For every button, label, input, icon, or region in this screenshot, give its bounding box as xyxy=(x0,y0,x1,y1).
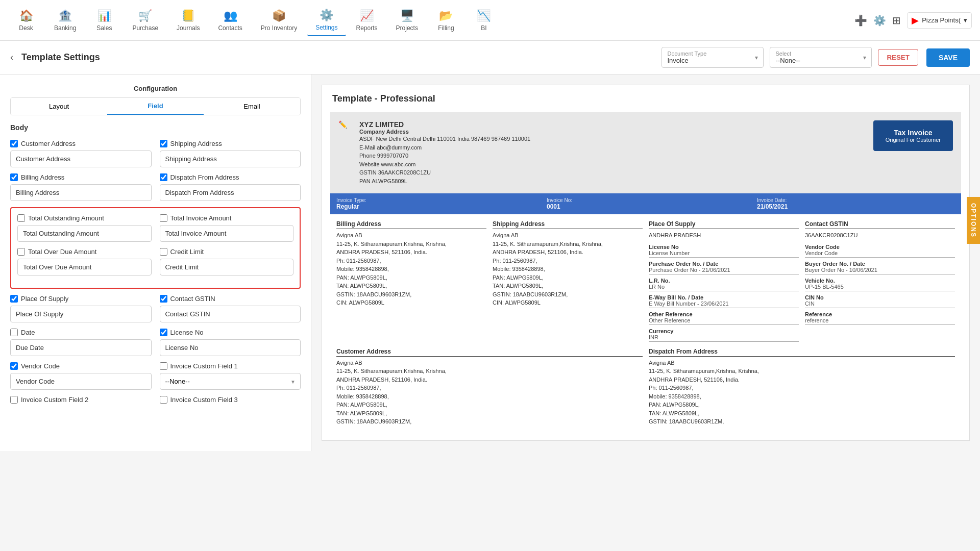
shipping-address-label: Shipping Address xyxy=(170,140,222,147)
lr-label: L.R. No. xyxy=(649,278,799,284)
body-section-title: Body xyxy=(10,123,301,132)
dispatch-address-label: Dispatch From Address xyxy=(170,173,239,181)
vehicle-val: UP-15 BL-5465 xyxy=(805,284,955,291)
customer-addr-block: Customer Address Avigna AB 11-25, K. Sit… xyxy=(336,348,643,426)
credit-limit-checkbox[interactable] xyxy=(160,248,167,256)
edit-pencil-icon[interactable]: ✏️ xyxy=(338,120,347,129)
meta-invoice-no-val: 0001 xyxy=(547,203,745,210)
license-no-label: License No xyxy=(649,244,799,250)
nav-filling[interactable]: 📂 Filling xyxy=(428,5,464,36)
date-checkbox[interactable] xyxy=(10,329,18,336)
main-layout: Configuration Layout Field Email Body Cu… xyxy=(0,74,980,451)
other-ref-label: Other Reference xyxy=(649,311,799,317)
back-button[interactable]: ‹ xyxy=(10,52,13,63)
reports-icon: 📈 xyxy=(360,9,374,22)
buyer-order-label: Buyer Order No. / Date xyxy=(805,261,955,267)
document-type-dropdown[interactable]: Document Type Invoice ▾ xyxy=(662,47,764,68)
nav-reports[interactable]: 📈 Reports xyxy=(348,5,386,36)
po-date-label: Purchase Order No. / Date xyxy=(649,261,799,267)
place-supply-checkbox[interactable] xyxy=(10,295,18,303)
shipping-address-checkbox[interactable] xyxy=(160,140,167,147)
customer-address-input[interactable] xyxy=(10,151,152,167)
vendor-code-checkbox[interactable] xyxy=(10,362,18,370)
select-dropdown[interactable]: Select --None-- ▾ xyxy=(770,47,872,68)
field-row-supply: Place Of Supply Contact GSTIN xyxy=(10,295,301,322)
date-input[interactable] xyxy=(10,339,152,356)
customer-address-checkbox[interactable] xyxy=(10,140,18,147)
custom-field-2-col: Invoice Custom Field 2 xyxy=(10,396,152,407)
meta-invoice-no: Invoice No: 0001 xyxy=(541,193,751,214)
nav-contacts[interactable]: 👥 Contacts xyxy=(210,5,250,36)
shipping-address-input[interactable] xyxy=(160,151,301,167)
total-invoice-input[interactable] xyxy=(160,225,294,242)
nav-journals-label: Journals xyxy=(177,24,200,32)
nav-banking[interactable]: 🏦 Banking xyxy=(46,5,84,36)
custom-field-1-col: Invoice Custom Field 1 --None-- Field 1 … xyxy=(160,362,301,390)
company-address-label: Company Address xyxy=(359,129,865,135)
purchase-icon: 🛒 xyxy=(138,9,152,22)
nav-sales[interactable]: 📊 Sales xyxy=(86,5,122,36)
meta-invoice-type-label: Invoice Type: xyxy=(336,197,534,203)
field-row-vendor: Vendor Code Invoice Custom Field 1 --Non… xyxy=(10,362,301,390)
invoice-type-box: Tax Invoice Original For Customer xyxy=(873,120,953,151)
shipping-address-col: Shipping Address xyxy=(160,140,301,167)
outstanding-checkbox[interactable] xyxy=(17,214,25,222)
nav-desk-label: Desk xyxy=(19,24,33,32)
nav-bi[interactable]: 📉 BI xyxy=(466,5,502,36)
grid-icon[interactable]: ⊞ xyxy=(892,14,901,27)
tab-email[interactable]: Email xyxy=(204,98,300,115)
tab-field[interactable]: Field xyxy=(107,98,204,115)
total-invoice-label: Total Invoice Amount xyxy=(170,214,232,222)
add-icon[interactable]: ➕ xyxy=(854,14,867,27)
contact-gstin-checkbox[interactable] xyxy=(160,295,167,303)
nav-pro-inventory[interactable]: 📦 Pro Inventory xyxy=(253,5,305,36)
custom-field-1-checkbox[interactable] xyxy=(160,362,167,370)
select-value: --None-- xyxy=(775,57,800,64)
vendor-code-input[interactable] xyxy=(10,373,152,390)
customer-addr-title: Customer Address xyxy=(336,348,643,357)
custom-field-2-checkbox[interactable] xyxy=(10,396,18,404)
custom-field-3-checkbox[interactable] xyxy=(160,396,167,404)
overdue-input[interactable] xyxy=(17,259,152,276)
user-badge[interactable]: ▶ Pizza Points( ▾ xyxy=(907,12,972,29)
overdue-checkbox[interactable] xyxy=(17,248,25,256)
nav-projects[interactable]: 🖥️ Projects xyxy=(388,5,426,36)
dispatch-address-checkbox[interactable] xyxy=(160,173,167,181)
gear-icon[interactable]: ⚙️ xyxy=(873,14,886,27)
nav-journals[interactable]: 📒 Journals xyxy=(168,5,208,36)
credit-limit-label: Credit Limit xyxy=(170,248,204,256)
billing-address-checkbox[interactable] xyxy=(10,173,18,181)
nav-purchase[interactable]: 🛒 Purchase xyxy=(124,5,166,36)
billing-address-input[interactable] xyxy=(10,184,152,201)
meta-invoice-date-val: 21/05/2021 xyxy=(757,203,955,210)
custom-field-1-select[interactable]: --None-- Field 1 Field 2 xyxy=(160,373,301,390)
license-input[interactable] xyxy=(160,339,301,356)
buyer-order-val: Buyer Order No - 10/06/2021 xyxy=(805,267,955,274)
total-invoice-checkbox[interactable] xyxy=(160,214,167,222)
tab-layout[interactable]: Layout xyxy=(11,98,107,115)
place-supply-input[interactable] xyxy=(10,306,152,322)
license-no-val: License Number xyxy=(649,250,799,258)
dispatch-addr-title: Dispatch From Address xyxy=(649,348,955,357)
save-button[interactable]: SAVE xyxy=(926,48,970,67)
invoice-type-sub: Original For Customer xyxy=(886,137,941,143)
license-col: License No xyxy=(160,329,301,356)
nav-bi-label: BI xyxy=(481,24,486,32)
company-website: Website www.abc.com xyxy=(359,160,865,169)
nav-settings[interactable]: ⚙️ Settings xyxy=(307,5,346,36)
nav-desk[interactable]: 🏠 Desk xyxy=(8,5,44,36)
field-row-outstanding: Total Outstanding Amount Total Invoice A… xyxy=(17,214,293,242)
nav-sales-label: Sales xyxy=(96,24,112,32)
dispatch-address-col: Dispatch From Address xyxy=(160,173,301,201)
credit-limit-input[interactable] xyxy=(160,259,294,276)
outstanding-input[interactable] xyxy=(17,225,152,242)
options-tab[interactable]: OPTIONS xyxy=(967,197,980,244)
customer-address-check-row: Customer Address xyxy=(10,140,152,147)
reset-button[interactable]: RESET xyxy=(878,49,918,66)
license-checkbox[interactable] xyxy=(160,329,167,336)
meta-invoice-date-label: Invoice Date: xyxy=(757,197,955,203)
banking-icon: 🏦 xyxy=(58,9,72,22)
template-container: Template - Professional ✏️ XYZ LIMITED C… xyxy=(322,85,970,441)
dispatch-address-input[interactable] xyxy=(160,184,301,201)
contact-gstin-input[interactable] xyxy=(160,306,301,322)
